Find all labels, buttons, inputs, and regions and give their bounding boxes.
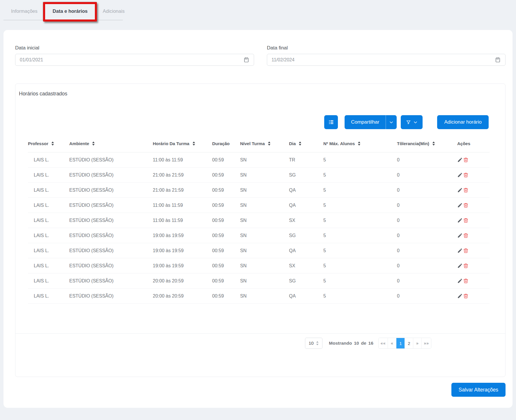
sort-icon[interactable] xyxy=(432,141,435,146)
column-header-label: Ações xyxy=(457,141,470,146)
delete-trash-icon[interactable] xyxy=(463,172,469,178)
of-word: de xyxy=(361,341,366,346)
page-size-value: 10 xyxy=(308,341,313,346)
sort-icon[interactable] xyxy=(299,141,302,146)
column-header[interactable]: Professor xyxy=(28,141,69,146)
add-schedule-button[interactable]: Adicionar horário xyxy=(437,115,489,129)
page-1-button[interactable]: 1 xyxy=(396,338,405,348)
cell-duracao: 00:59 xyxy=(212,188,240,193)
edit-pencil-icon[interactable] xyxy=(457,293,463,299)
cell-dia: SG xyxy=(289,278,323,284)
page-size-select[interactable]: 10 xyxy=(305,338,322,349)
sort-icon[interactable] xyxy=(51,141,54,146)
tab-data-e-horarios[interactable]: Data e horários xyxy=(45,3,95,20)
page: Informações Data e horários Adicionais D… xyxy=(0,0,516,420)
table-row: LAIS L. ESTÚDIO (SESSÃO) 11:00 às 11:59 … xyxy=(28,152,490,168)
column-header[interactable]: Tôlerancia(Min) xyxy=(397,141,457,146)
delete-trash-icon[interactable] xyxy=(463,263,469,268)
tab-label: Data e horários xyxy=(53,8,88,14)
edit-pencil-icon[interactable] xyxy=(457,187,463,193)
delete-trash-icon[interactable] xyxy=(463,233,469,238)
column-header[interactable]: Nível Turma xyxy=(240,141,289,146)
delete-trash-icon[interactable] xyxy=(463,218,469,223)
cell-max-alunos: 5 xyxy=(323,278,397,284)
edit-pencil-icon[interactable] xyxy=(457,202,463,208)
table-row: LAIS L. ESTÚDIO (SESSÃO) 20:00 às 20:59 … xyxy=(28,289,490,304)
edit-pencil-icon[interactable] xyxy=(457,248,463,253)
cell-ambiente: ESTÚDIO (SESSÃO) xyxy=(69,203,153,208)
column-header[interactable]: Nº Máx. Alunos xyxy=(323,141,397,146)
cell-ambiente: ESTÚDIO (SESSÃO) xyxy=(69,188,153,193)
next-page-button[interactable]: » xyxy=(413,338,422,348)
showing-count: 10 xyxy=(354,341,359,346)
calendar-icon[interactable] xyxy=(495,57,501,63)
cell-horario: 20:00 às 20:59 xyxy=(153,293,212,299)
delete-trash-icon[interactable] xyxy=(463,278,469,284)
table-row: LAIS L. ESTÚDIO (SESSÃO) 11:00 às 11:59 … xyxy=(28,213,490,228)
column-header[interactable]: Dia xyxy=(289,141,323,146)
cell-tolerancia: 0 xyxy=(397,172,457,178)
list-icon xyxy=(328,119,334,125)
main-card: Data inicial Data final 01/01/2021 11/02… xyxy=(3,30,513,408)
cell-professor: LAIS L. xyxy=(28,157,69,163)
delete-trash-icon[interactable] xyxy=(463,187,469,193)
cell-nivel: SN xyxy=(240,263,289,268)
sort-icon[interactable] xyxy=(92,141,95,146)
spinner-arrows-icon xyxy=(316,341,319,346)
edit-pencil-icon[interactable] xyxy=(457,278,463,284)
delete-trash-icon[interactable] xyxy=(463,293,469,299)
row-actions xyxy=(457,187,490,193)
cell-tolerancia: 0 xyxy=(397,293,457,299)
table-footer: 10 Mostrando 10 de 16 «« « 1 2 » xyxy=(15,333,505,349)
first-page-button[interactable]: «« xyxy=(379,338,388,348)
edit-pencil-icon[interactable] xyxy=(457,157,463,163)
showing-word: Mostrando xyxy=(329,341,352,346)
cell-horario: 11:00 às 11:59 xyxy=(153,157,212,163)
last-page-button[interactable]: »» xyxy=(422,338,431,348)
edit-pencil-icon[interactable] xyxy=(457,172,463,178)
share-dropdown-toggle[interactable] xyxy=(386,115,397,129)
sort-icon[interactable] xyxy=(358,141,361,146)
edit-pencil-icon[interactable] xyxy=(457,218,463,223)
save-changes-button[interactable]: Salvar Alterações xyxy=(451,383,506,397)
share-button[interactable]: Compartilhar xyxy=(345,115,386,129)
filter-button[interactable] xyxy=(401,115,423,129)
delete-trash-icon[interactable] xyxy=(463,248,469,253)
list-view-button[interactable] xyxy=(324,115,338,129)
cell-duracao: 00:59 xyxy=(212,278,240,284)
cell-duracao: 00:59 xyxy=(212,263,240,268)
tab-informacoes[interactable]: Informações xyxy=(3,3,45,20)
prev-page-button[interactable]: « xyxy=(388,338,396,348)
cell-duracao: 00:59 xyxy=(212,233,240,238)
column-header-label: Duração xyxy=(212,141,230,146)
cell-nivel: SN xyxy=(240,157,289,163)
end-date-input[interactable]: 11/02/2024 xyxy=(267,54,506,66)
cell-professor: LAIS L. xyxy=(28,172,69,178)
cell-ambiente: ESTÚDIO (SESSÃO) xyxy=(69,293,153,299)
delete-trash-icon[interactable] xyxy=(463,202,469,208)
sort-icon[interactable] xyxy=(268,141,271,146)
tab-label: Adicionais xyxy=(103,8,125,14)
cell-horario: 19:00 às 19:59 xyxy=(153,248,212,253)
delete-trash-icon[interactable] xyxy=(463,157,469,163)
tab-adicionais[interactable]: Adicionais xyxy=(95,3,132,20)
column-header[interactable]: Horário Da Turma xyxy=(153,141,212,146)
cell-ambiente: ESTÚDIO (SESSÃO) xyxy=(69,248,153,253)
column-header-label: Dia xyxy=(289,141,296,146)
cell-professor: LAIS L. xyxy=(28,188,69,193)
table-row: LAIS L. ESTÚDIO (SESSÃO) 21:00 às 21:59 … xyxy=(28,183,490,198)
cell-nivel: SN xyxy=(240,218,289,223)
column-header[interactable]: Ambiente xyxy=(69,141,153,146)
edit-pencil-icon[interactable] xyxy=(457,263,463,268)
calendar-icon[interactable] xyxy=(243,57,249,63)
cell-tolerancia: 0 xyxy=(397,233,457,238)
schedules-panel: Horários cadastrados Compartilhar xyxy=(15,83,506,377)
sort-icon[interactable] xyxy=(192,141,195,146)
start-date-input[interactable]: 01/01/2021 xyxy=(15,54,254,66)
page-2-button[interactable]: 2 xyxy=(405,338,413,348)
cell-max-alunos: 5 xyxy=(323,188,397,193)
cell-ambiente: ESTÚDIO (SESSÃO) xyxy=(69,218,153,223)
cell-nivel: SN xyxy=(240,278,289,284)
edit-pencil-icon[interactable] xyxy=(457,233,463,238)
cell-dia: QA xyxy=(289,203,323,208)
